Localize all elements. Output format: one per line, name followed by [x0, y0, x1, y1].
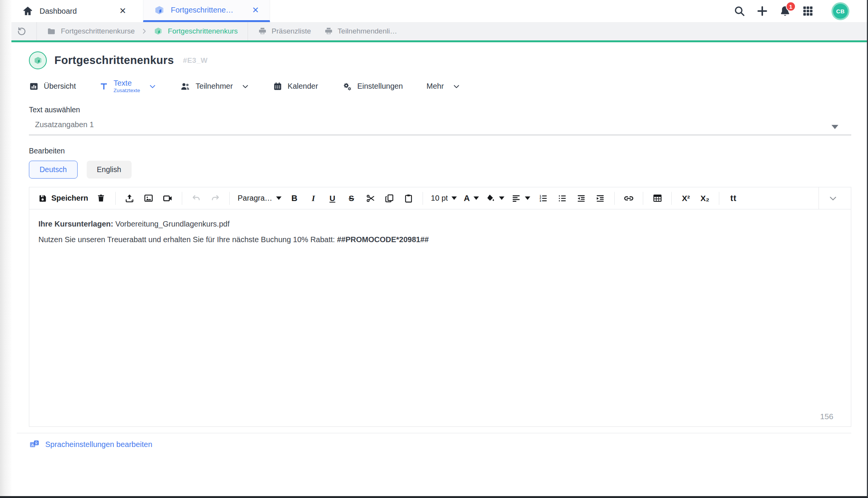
font-color-icon: A: [464, 193, 470, 203]
font-size-dropdown[interactable]: 10 pt: [429, 190, 459, 207]
language-button-english[interactable]: English: [87, 161, 132, 179]
save-label: Speichern: [51, 194, 88, 203]
scissors-icon: [366, 193, 375, 203]
unordered-list-button[interactable]: [554, 190, 571, 207]
tab-texte[interactable]: Texte Zusatztexte: [99, 79, 156, 93]
chevron-right-icon: [141, 28, 148, 35]
tab-course-close-icon[interactable]: ✕: [252, 6, 259, 14]
tab-dashboard[interactable]: Dashboard ✕: [11, 0, 137, 22]
bold-button[interactable]: B: [286, 190, 303, 207]
tab-teilnehmer[interactable]: Teilnehmer: [180, 81, 249, 92]
breadcrumb-parent-label: Fortgeschrittenenkurse: [61, 27, 135, 35]
insert-image-button[interactable]: [140, 190, 157, 207]
search-icon[interactable]: [733, 5, 746, 17]
app-window: Dashboard ✕ Fortgeschrittene… ✕: [0, 0, 868, 498]
upload-icon: [124, 193, 135, 203]
quick-link-teilnehmendenliste[interactable]: Teilnehmendenli…: [324, 27, 397, 36]
insert-video-button[interactable]: [159, 190, 176, 207]
svg-text:3: 3: [540, 199, 541, 202]
quick-link-praesenzliste[interactable]: Präsenzliste: [258, 27, 311, 36]
gears-icon: [342, 81, 352, 92]
table-icon: [652, 193, 663, 203]
tab-kalender[interactable]: Kalender: [273, 81, 318, 91]
course-nav-tabs: Übersicht Texte Zusatztexte Teilnehmer: [29, 79, 851, 93]
chevron-down-icon: [828, 194, 838, 203]
page-title: Fortgeschrittenenkurs: [54, 54, 174, 67]
ordered-list-button[interactable]: 123: [535, 190, 552, 207]
redo-icon: [210, 193, 220, 203]
align-dropdown[interactable]: [509, 190, 533, 207]
superscript-button[interactable]: X²: [677, 190, 694, 207]
chart-icon: [29, 81, 39, 91]
editor-paragraph: Ihre Kursunterlagen: Vorbereitung_Grundl…: [38, 219, 842, 229]
breadcrumb-folder[interactable]: Fortgeschrittenenkurse: [47, 27, 135, 36]
tab-course[interactable]: Fortgeschrittene… ✕: [143, 0, 270, 22]
delete-button[interactable]: [93, 190, 110, 207]
paragraph-style-label: Paragra…: [238, 194, 272, 203]
tab-uebersicht[interactable]: Übersicht: [29, 81, 76, 91]
character-count: 156: [820, 411, 833, 422]
tab-mehr[interactable]: Mehr: [426, 82, 460, 91]
paste-button[interactable]: [400, 190, 417, 207]
breadcrumb-current[interactable]: Fortgeschrittenenkurs: [154, 27, 238, 36]
subscript-button[interactable]: X₂: [696, 190, 713, 207]
editor-content-area[interactable]: Ihre Kursunterlagen: Vorbereitung_Grundl…: [29, 209, 851, 426]
copy-icon: [385, 193, 394, 203]
highlight-color-dropdown[interactable]: [483, 190, 507, 207]
undo-button[interactable]: [188, 190, 205, 207]
language-button-deutsch[interactable]: Deutsch: [29, 161, 78, 179]
font-color-dropdown[interactable]: A: [461, 190, 481, 207]
tab-label: Mehr: [426, 82, 444, 91]
tab-einstellungen[interactable]: Einstellungen: [342, 81, 403, 92]
paragraph-style-dropdown[interactable]: Paragra…: [235, 190, 284, 207]
tab-dashboard-close-icon[interactable]: ✕: [119, 7, 126, 15]
insert-table-button[interactable]: [649, 190, 666, 207]
italic-button[interactable]: I: [305, 190, 322, 207]
redo-button[interactable]: [207, 190, 224, 207]
underline-icon: U: [329, 194, 335, 203]
copy-button[interactable]: [381, 190, 398, 207]
text-select-value: Zusatzangaben 1: [35, 120, 94, 129]
chevron-down-icon: [242, 83, 249, 90]
toolbar-divider: [643, 192, 643, 205]
outdent-icon: [576, 193, 586, 203]
svg-text:A: A: [31, 443, 34, 447]
indent-button[interactable]: [592, 190, 609, 207]
editor-paragraph: Nutzen Sie unseren Treuerabatt und erhal…: [38, 234, 842, 245]
text-select-dropdown[interactable]: Zusatzangaben 1: [29, 120, 851, 135]
tab-label: Einstellungen: [357, 82, 403, 91]
insert-link-button[interactable]: [620, 190, 637, 207]
breadcrumb-current-label: Fortgeschrittenenkurs: [168, 27, 238, 35]
printer-icon: [258, 27, 267, 36]
caret-down-icon: [474, 196, 479, 200]
tab-label: Teilnehmer: [196, 82, 233, 91]
edit-label: Bearbeiten: [29, 147, 851, 155]
language-settings-link[interactable]: A Spracheinstellungen bearbeiten: [29, 439, 152, 450]
caret-down-icon: [499, 196, 504, 200]
apps-grid-icon[interactable]: [802, 5, 814, 17]
save-button[interactable]: Speichern: [35, 190, 91, 207]
toolbar-more-button[interactable]: [821, 190, 845, 207]
chevron-down-icon: [453, 83, 460, 90]
add-icon[interactable]: [756, 5, 768, 17]
history-icon[interactable]: [17, 26, 27, 36]
top-tab-bar: Dashboard ✕ Fortgeschrittene… ✕: [0, 0, 867, 22]
cut-button[interactable]: [362, 190, 379, 207]
notifications-bell-icon[interactable]: 1: [779, 5, 791, 17]
avatar[interactable]: CB: [831, 2, 849, 20]
tab-sublabel: Zusatztexte: [113, 88, 140, 93]
tab-dashboard-label: Dashboard: [40, 7, 77, 16]
text-transform-button[interactable]: tt: [725, 190, 742, 207]
upload-button[interactable]: [121, 190, 138, 207]
people-icon: [180, 81, 191, 92]
quick-link-label: Präsenzliste: [272, 27, 311, 35]
language-toggle: Deutsch English: [29, 161, 851, 179]
rich-text-editor: Speichern: [29, 187, 851, 427]
caret-down-icon: [276, 196, 281, 200]
calendar-icon: [273, 81, 283, 91]
underline-button[interactable]: U: [324, 190, 341, 207]
strikethrough-button[interactable]: S: [343, 190, 360, 207]
topbar-actions: 1 CB: [733, 0, 867, 22]
video-camera-icon: [162, 193, 173, 204]
outdent-button[interactable]: [573, 190, 590, 207]
